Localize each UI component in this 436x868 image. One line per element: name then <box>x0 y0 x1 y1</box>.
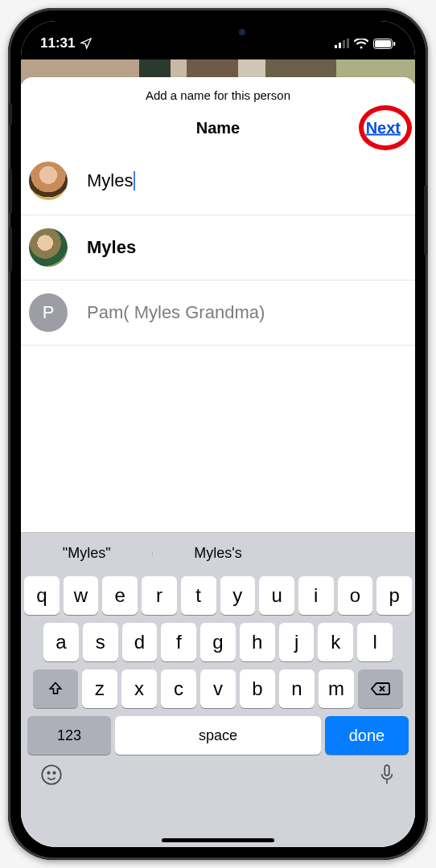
backspace-key[interactable] <box>358 669 403 708</box>
device-notch <box>130 21 306 43</box>
name-input-row[interactable]: Myles <box>21 150 415 215</box>
key-q[interactable]: q <box>24 576 60 615</box>
numbers-key[interactable]: 123 <box>27 716 111 755</box>
battery-icon <box>373 39 396 49</box>
svg-rect-2 <box>343 40 345 48</box>
key-w[interactable]: w <box>64 576 99 615</box>
key-g[interactable]: g <box>200 623 236 661</box>
svg-rect-5 <box>375 40 391 47</box>
key-f[interactable]: f <box>161 623 196 661</box>
svg-rect-0 <box>335 45 337 48</box>
home-indicator[interactable] <box>162 838 274 842</box>
suggestion-avatar <box>29 228 68 267</box>
keyboard-predictions: "Myles" Myles's <box>21 533 415 573</box>
key-y[interactable]: y <box>220 576 256 615</box>
key-i[interactable]: i <box>298 576 334 615</box>
next-button[interactable]: Next <box>366 119 401 137</box>
key-u[interactable]: u <box>259 576 294 615</box>
text-cursor <box>134 171 135 190</box>
key-n[interactable]: n <box>279 669 315 708</box>
suggestion-avatar-initial: P <box>29 293 68 332</box>
key-v[interactable]: v <box>200 669 236 708</box>
key-o[interactable]: o <box>338 576 373 615</box>
key-l[interactable]: l <box>357 623 393 661</box>
svg-rect-10 <box>385 765 389 776</box>
key-s[interactable]: s <box>83 623 118 661</box>
svg-point-7 <box>42 765 60 784</box>
key-a[interactable]: a <box>43 623 79 661</box>
prediction[interactable]: "Myles" <box>21 545 152 562</box>
cell-signal-icon <box>335 39 349 48</box>
key-m[interactable]: m <box>319 669 354 708</box>
svg-rect-6 <box>393 42 395 46</box>
svg-point-8 <box>47 772 49 774</box>
key-d[interactable]: d <box>122 623 158 661</box>
suggestion-label: Pam( Myles Grandma) <box>87 302 265 323</box>
svg-point-9 <box>53 772 55 774</box>
key-r[interactable]: r <box>142 576 177 615</box>
ios-keyboard: "Myles" Myles's qwertyuiop asdfghjkl zxc… <box>21 532 415 847</box>
name-input-value[interactable]: Myles <box>87 170 133 191</box>
key-p[interactable]: p <box>376 576 412 615</box>
suggestion-label: Myles <box>87 237 136 258</box>
sheet-title: Name <box>196 119 240 137</box>
key-j[interactable]: j <box>279 623 315 661</box>
prediction[interactable]: Myles's <box>152 545 283 562</box>
key-t[interactable]: t <box>181 576 216 615</box>
sheet-prompt: Add a name for this person <box>21 77 415 105</box>
emoji-icon[interactable] <box>40 764 63 786</box>
key-k[interactable]: k <box>318 623 353 661</box>
key-e[interactable]: e <box>102 576 138 615</box>
status-time: 11:31 <box>40 35 75 51</box>
key-c[interactable]: c <box>161 669 196 708</box>
name-sheet: Add a name for this person Name Next Myl… <box>21 77 415 847</box>
shift-key[interactable] <box>33 669 78 708</box>
done-key[interactable]: done <box>325 716 409 755</box>
key-z[interactable]: z <box>82 669 117 708</box>
face-thumbnail <box>29 162 68 200</box>
suggestion-row[interactable]: P Pam( Myles Grandma) <box>21 280 415 346</box>
mic-icon[interactable] <box>378 764 396 786</box>
key-b[interactable]: b <box>240 669 275 708</box>
suggestion-row[interactable]: Myles <box>21 215 415 280</box>
key-x[interactable]: x <box>121 669 157 708</box>
key-h[interactable]: h <box>240 623 275 661</box>
svg-rect-3 <box>347 39 349 48</box>
wifi-icon <box>354 39 368 49</box>
space-key[interactable]: space <box>115 716 321 755</box>
svg-rect-1 <box>339 43 341 48</box>
location-arrow-icon <box>80 37 93 50</box>
